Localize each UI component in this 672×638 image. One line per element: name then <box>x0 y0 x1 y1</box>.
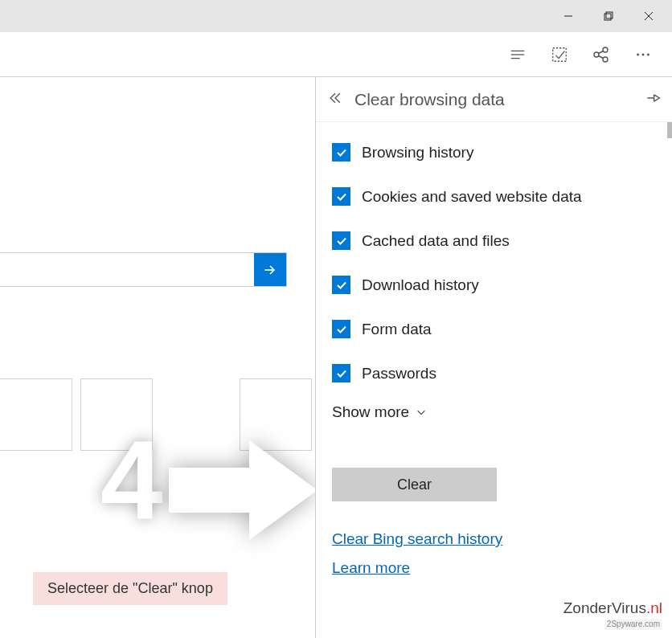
search-input[interactable] <box>0 253 254 286</box>
check-icon <box>335 190 348 203</box>
learn-more-link[interactable]: Learn more <box>332 559 656 577</box>
clear-bing-link[interactable]: Clear Bing search history <box>332 530 656 548</box>
back-button[interactable] <box>327 90 343 109</box>
svg-rect-2 <box>606 12 613 18</box>
check-icon <box>335 323 348 336</box>
share-icon <box>592 45 611 64</box>
panel-header: Clear browsing data <box>316 77 672 122</box>
svg-point-10 <box>603 47 608 52</box>
watermark-brand: ZonderVirus.nl <box>563 600 662 616</box>
checkbox-row[interactable]: Form data <box>332 320 656 338</box>
step-number: 4 <box>100 424 163 537</box>
check-icon <box>335 367 348 380</box>
check-icon <box>335 279 348 292</box>
checkbox-label: Form data <box>362 321 432 338</box>
svg-marker-18 <box>169 440 318 540</box>
clear-data-panel: Clear browsing data Browsing history Coo… <box>315 77 672 638</box>
checkbox-checked[interactable] <box>332 143 350 162</box>
checkbox-row[interactable]: Cached data and files <box>332 231 656 250</box>
more-icon <box>634 46 652 63</box>
checkbox-row[interactable]: Download history <box>332 276 656 294</box>
show-more-label: Show more <box>332 403 409 421</box>
maximize-icon <box>604 11 613 21</box>
checkbox-row[interactable]: Browsing history <box>332 143 656 162</box>
checkbox-label: Browsing history <box>362 144 473 162</box>
reading-list-icon <box>509 46 527 63</box>
close-button[interactable] <box>629 0 669 32</box>
arrow-right-icon <box>169 434 322 546</box>
svg-point-15 <box>642 53 645 55</box>
more-button[interactable] <box>622 32 664 77</box>
tile-placeholder[interactable] <box>0 378 72 451</box>
checkbox-label: Cached data and files <box>362 232 510 250</box>
search-submit-button[interactable] <box>254 253 286 286</box>
svg-point-9 <box>594 52 599 57</box>
arrow-right-icon <box>262 262 278 278</box>
svg-rect-1 <box>604 14 611 20</box>
checkbox-label: Download history <box>362 276 479 294</box>
svg-line-12 <box>599 51 604 53</box>
search-bar <box>0 252 287 287</box>
watermark-source: 2Spyware.com <box>604 620 662 630</box>
panel-title: Clear browsing data <box>354 90 633 109</box>
chevron-down-icon <box>416 407 427 418</box>
panel-body: Browsing history Cookies and saved websi… <box>316 122 672 585</box>
maximize-button[interactable] <box>588 0 629 32</box>
pin-icon <box>645 90 661 106</box>
svg-point-11 <box>603 57 608 62</box>
svg-point-16 <box>647 53 649 55</box>
show-more-button[interactable]: Show more <box>332 403 656 421</box>
checkbox-checked[interactable] <box>332 320 350 338</box>
check-icon <box>335 146 348 159</box>
reading-list-button[interactable] <box>497 32 539 77</box>
checkbox-row[interactable]: Cookies and saved website data <box>332 187 656 206</box>
checkbox-checked[interactable] <box>332 187 350 206</box>
minimize-icon <box>563 11 573 21</box>
chevron-double-left-icon <box>327 90 343 106</box>
browser-toolbar <box>0 32 672 77</box>
web-note-icon <box>551 46 568 63</box>
minimize-button[interactable] <box>548 0 588 32</box>
svg-rect-8 <box>553 47 567 61</box>
clear-button[interactable]: Clear <box>332 468 497 501</box>
checkbox-checked[interactable] <box>332 276 350 294</box>
watermark: ZonderVirus.nl 2Spyware.com <box>563 600 662 630</box>
svg-line-13 <box>599 55 604 58</box>
checkbox-label: Cookies and saved website data <box>362 188 582 206</box>
close-icon <box>644 11 654 21</box>
check-icon <box>335 235 348 247</box>
pin-button[interactable] <box>645 90 661 109</box>
window-titlebar <box>0 0 672 32</box>
instruction-caption: Selecteer de "Clear" knop <box>33 572 227 605</box>
checkbox-checked[interactable] <box>332 364 350 382</box>
checkbox-checked[interactable] <box>332 231 350 250</box>
share-button[interactable] <box>580 32 622 77</box>
web-note-button[interactable] <box>539 32 580 77</box>
svg-point-14 <box>637 53 639 55</box>
checkbox-row[interactable]: Passwords <box>332 364 656 382</box>
checkbox-label: Passwords <box>362 365 436 382</box>
